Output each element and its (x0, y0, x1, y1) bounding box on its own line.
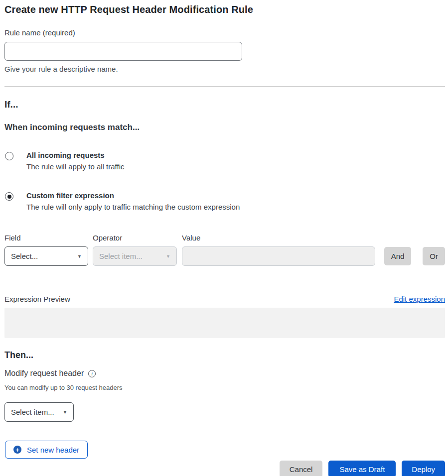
operator-label: Operator (93, 234, 177, 242)
operator-select-value: Select item... (99, 252, 143, 260)
value-label: Value (182, 234, 375, 242)
rule-name-input[interactable] (4, 42, 242, 61)
chevron-down-icon: ▼ (77, 254, 82, 259)
radio-unselected-icon[interactable] (5, 152, 13, 160)
cancel-button[interactable]: Cancel (280, 461, 323, 476)
operator-column: Operator Select item... ▼ (93, 234, 177, 266)
radio-option-description: The rule will apply to all traffic (26, 162, 124, 171)
value-input[interactable] (182, 246, 375, 266)
or-button[interactable]: Or (423, 247, 445, 265)
chevron-down-icon: ▼ (166, 254, 170, 259)
radio-option-texts: Custom filter expression The rule will o… (26, 191, 240, 211)
then-heading: Then... (4, 350, 445, 360)
rule-name-label: Rule name (required) (4, 28, 445, 37)
save-as-draft-button[interactable]: Save as Draft (328, 461, 396, 476)
radio-option-description: The rule will only apply to traffic matc… (26, 203, 240, 211)
radio-selected-icon[interactable] (5, 192, 13, 201)
modify-header-label: Modify request header (4, 369, 84, 378)
radio-option-label: Custom filter expression (26, 191, 240, 200)
header-action-select-value: Select item... (11, 408, 54, 416)
info-icon[interactable]: i (88, 370, 96, 377)
edit-expression-link[interactable]: Edit expression (394, 295, 445, 303)
deploy-button[interactable]: Deploy (402, 461, 445, 476)
plus-circle-icon: + (13, 446, 21, 454)
set-new-header-button[interactable]: + Set new header (5, 441, 88, 459)
field-select-value: Select... (11, 252, 38, 260)
set-new-header-row: + Set new header (4, 422, 445, 459)
radio-option-label: All incoming requests (26, 151, 124, 159)
expression-preview-box (4, 308, 445, 338)
create-rule-page: Create new HTTP Request Header Modificat… (0, 0, 448, 476)
field-select[interactable]: Select... ▼ (4, 246, 88, 266)
set-new-header-label: Set new header (27, 446, 79, 454)
footer-actions: Cancel Save as Draft Deploy (4, 461, 445, 476)
radio-option-all-incoming-requests[interactable]: All incoming requests The rule will appl… (4, 151, 445, 171)
section-divider (4, 86, 445, 87)
expression-preview-header: Expression Preview Edit expression (4, 295, 445, 303)
radio-option-texts: All incoming requests The rule will appl… (26, 151, 124, 171)
header-action-select[interactable]: Select item... ▼ (4, 402, 74, 422)
expression-preview-label: Expression Preview (4, 295, 70, 303)
and-button[interactable]: And (384, 247, 412, 265)
field-label: Field (4, 234, 88, 242)
chevron-down-icon: ▼ (63, 410, 67, 415)
value-column: Value (182, 234, 375, 266)
page-title: Create new HTTP Request Header Modificat… (4, 4, 445, 15)
match-subheading: When incoming requests match... (4, 122, 445, 132)
radio-option-custom-filter-expression[interactable]: Custom filter expression The rule will o… (4, 191, 445, 211)
expression-builder-row: Field Select... ▼ Operator Select item..… (4, 234, 445, 266)
modify-header-helper: You can modify up to 30 request headers (4, 384, 445, 391)
field-column: Field Select... ▼ (4, 234, 88, 266)
operator-select[interactable]: Select item... ▼ (93, 246, 177, 266)
rule-name-helper: Give your rule a descriptive name. (4, 65, 445, 73)
modify-header-row: Modify request header i (4, 369, 445, 378)
if-heading: If... (4, 99, 445, 110)
